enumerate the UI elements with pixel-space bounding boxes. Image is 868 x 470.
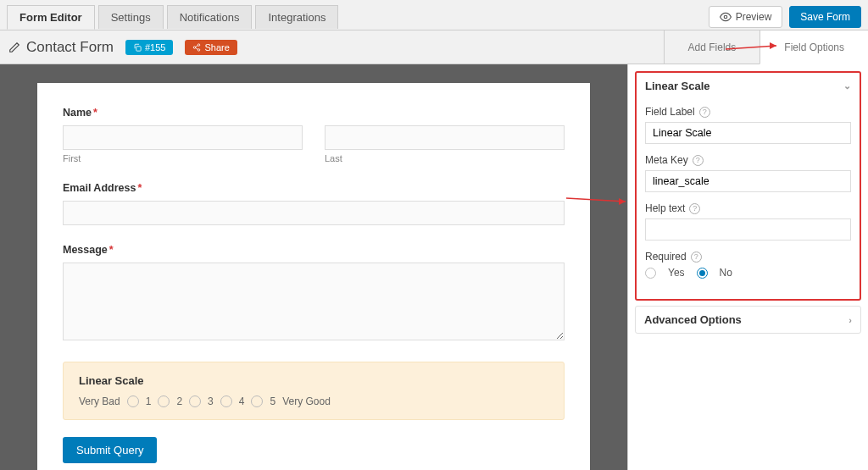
tab-notifications[interactable]: Notifications	[167, 5, 253, 29]
email-label: Email Address*	[63, 182, 565, 194]
ls-option-4[interactable]	[220, 395, 232, 407]
field-label-lbl: Field Label	[645, 106, 695, 118]
eye-icon	[720, 11, 732, 23]
tab-add-fields[interactable]: Add Fields	[664, 30, 760, 64]
tabs: Form Editor Settings Notifications Integ…	[7, 5, 338, 29]
share-badge[interactable]: Share	[185, 40, 236, 55]
advanced-options-title: Advanced Options	[644, 313, 742, 326]
save-button[interactable]: Save Form	[789, 6, 861, 28]
share-badge-label: Share	[204, 42, 229, 53]
required-no-label: No	[720, 267, 732, 279]
panel-linear-scale-head[interactable]: Linear Scale ⌄	[637, 73, 860, 99]
ls-left-label: Very Bad	[79, 395, 120, 407]
meta-key-lbl: Meta Key	[645, 154, 688, 166]
tab-form-editor[interactable]: Form Editor	[7, 5, 95, 30]
field-name: Name* First Last	[63, 107, 565, 163]
title-bar: Contact Form #155 Share Add Fields Field…	[0, 30, 868, 64]
svg-point-3	[194, 46, 197, 48]
id-badge[interactable]: #155	[125, 40, 173, 55]
svg-point-0	[724, 15, 727, 19]
ls-option-3[interactable]	[189, 395, 201, 407]
meta-key-input[interactable]	[645, 170, 851, 192]
required-lbl: Required	[645, 251, 687, 263]
id-badge-label: #155	[145, 42, 165, 53]
first-sublabel: First	[63, 153, 303, 163]
help-text-lbl: Help text	[645, 202, 685, 214]
chevron-down-icon: ⌄	[843, 80, 851, 91]
required-yes-radio[interactable]	[645, 268, 656, 279]
top-actions: Preview Save Form	[709, 6, 861, 28]
form-sheet: Name* First Last Email Address*	[37, 83, 590, 470]
field-email: Email Address*	[63, 182, 565, 225]
side-tabs: Add Fields Field Options	[664, 30, 868, 64]
help-icon[interactable]: ?	[699, 107, 710, 118]
last-name-input[interactable]	[325, 125, 565, 150]
tab-settings[interactable]: Settings	[98, 5, 164, 29]
message-textarea[interactable]	[63, 263, 565, 340]
tab-integrations[interactable]: Integrations	[255, 5, 338, 29]
pencil-icon	[8, 41, 20, 53]
form-title-text: Contact Form	[26, 39, 114, 56]
email-input[interactable]	[63, 201, 565, 225]
field-label-input[interactable]	[645, 122, 851, 144]
form-title: Contact Form	[8, 39, 114, 56]
svg-point-4	[198, 48, 201, 51]
form-canvas: Name* First Last Email Address*	[0, 64, 627, 470]
preview-button[interactable]: Preview	[709, 6, 783, 28]
panel-linear-scale-title: Linear Scale	[645, 80, 710, 92]
panel-advanced-head[interactable]: Advanced Options ›	[636, 307, 860, 333]
first-name-input[interactable]	[63, 125, 303, 150]
panel-advanced-options: Advanced Options ›	[635, 306, 861, 334]
svg-point-2	[198, 43, 201, 46]
ls-option-5[interactable]	[251, 395, 263, 407]
help-icon[interactable]: ?	[689, 203, 700, 214]
ls-right-label: Very Good	[282, 395, 331, 407]
ls-option-2[interactable]	[158, 395, 170, 407]
required-yes-label: Yes	[668, 267, 685, 279]
svg-rect-1	[136, 46, 141, 50]
name-label: Name*	[63, 107, 565, 119]
tab-field-options[interactable]: Field Options	[760, 30, 868, 64]
top-bar: Form Editor Settings Notifications Integ…	[0, 0, 868, 30]
submit-button[interactable]: Submit Query	[63, 437, 157, 463]
field-message: Message*	[63, 244, 565, 343]
panel-linear-scale: Linear Scale ⌄ Field Label ? Meta Key ?	[635, 71, 861, 301]
linear-scale-title: Linear Scale	[79, 374, 548, 387]
help-icon[interactable]: ?	[691, 252, 702, 263]
last-sublabel: Last	[325, 153, 565, 163]
preview-label: Preview	[736, 11, 772, 23]
help-text-input[interactable]	[645, 218, 851, 241]
chevron-right-icon: ›	[849, 315, 852, 325]
field-linear-scale[interactable]: Linear Scale Very Bad 1 2 3 4 5 Very Goo…	[63, 362, 565, 420]
field-options-sidebar: Linear Scale ⌄ Field Label ? Meta Key ?	[627, 64, 868, 470]
required-no-radio[interactable]	[697, 268, 708, 279]
ls-option-1[interactable]	[127, 395, 139, 407]
copy-icon	[133, 43, 142, 52]
message-label: Message*	[63, 244, 565, 256]
share-icon	[192, 43, 201, 52]
help-icon[interactable]: ?	[693, 155, 704, 166]
